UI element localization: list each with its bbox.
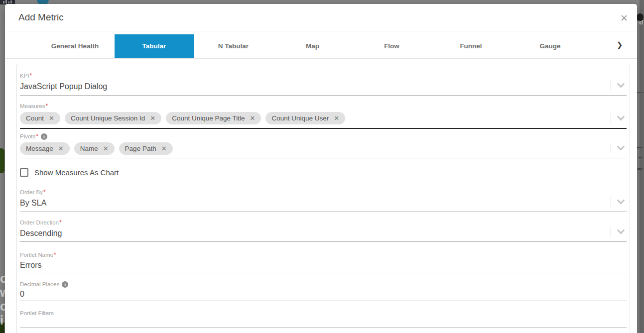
kpi-select-value[interactable]: JavaScript Popup Dialog [20, 82, 627, 92]
tab-general-health[interactable]: General Health [35, 34, 115, 58]
measures-chips: Count ✕ Count Unique Session Id ✕ Count … [20, 112, 627, 124]
add-metric-dialog: Add Metric ✕ General Health Tabular N Ta… [5, 4, 637, 333]
chevron-down-icon[interactable] [617, 113, 625, 121]
required-marker: * [30, 73, 32, 79]
order-by-field: Order By* By SLA [20, 177, 627, 212]
measures-label: Measures* [20, 103, 627, 110]
pivot-chip[interactable]: Page Path ✕ [119, 142, 173, 155]
measure-chip[interactable]: Count ✕ [20, 112, 60, 124]
chip-remove-icon[interactable]: ✕ [58, 145, 64, 152]
dialog-header: Add Metric ✕ [5, 4, 637, 31]
order-direction-select-adornment [611, 226, 624, 237]
required-marker: * [36, 133, 38, 140]
pivots-select-adornment [611, 143, 624, 153]
tab-n-tabular[interactable]: N Tabular [194, 34, 273, 58]
chip-remove-icon[interactable]: ✕ [103, 145, 109, 152]
tab-gauge[interactable]: Gauge [511, 34, 590, 58]
show-measures-as-chart-row: Show Measures As Chart [20, 168, 627, 177]
select-separator [611, 143, 611, 153]
dialog-title: Add Metric [18, 12, 64, 23]
measure-chip[interactable]: Count Unique User ✕ [265, 112, 345, 124]
mini-bar-chart-icon [3, 0, 12, 3]
measures-field: Measures* Count ✕ Count Unique Session I… [20, 96, 627, 129]
chevron-down-icon[interactable] [617, 143, 625, 151]
portlet-name-input[interactable]: Errors [20, 260, 627, 270]
decimal-places-label: Decimal Places i [20, 281, 627, 288]
info-icon[interactable]: i [41, 133, 47, 140]
tab-flow[interactable]: Flow [352, 34, 431, 58]
select-separator [611, 197, 611, 207]
pivot-chip[interactable]: Message ✕ [20, 142, 70, 155]
order-direction-label: Order Direction* [20, 220, 627, 226]
background-page-fragment [638, 168, 643, 170]
kpi-field: KPI* JavaScript Popup Dialog [20, 64, 627, 96]
background-page-fragment [639, 157, 643, 158]
required-marker: * [54, 252, 56, 258]
decimal-places-input[interactable]: 0 [20, 289, 627, 299]
portlet-filters-label: Portlet Filters [20, 310, 627, 317]
pivots-label: Pivots* i [20, 133, 627, 140]
background-text-fragment: id [639, 19, 643, 26]
select-separator [611, 226, 611, 237]
background-page-fragment [636, 92, 644, 93]
portlet-name-label: Portlet Name* [20, 252, 627, 258]
order-by-select-adornment [611, 197, 624, 207]
required-marker: * [59, 220, 62, 226]
order-direction-field: Order Direction* Descending [20, 212, 627, 242]
tab-funnel[interactable]: Funnel [431, 34, 511, 58]
show-measures-as-chart-label: Show Measures As Chart [34, 168, 119, 177]
pivots-chips: Message ✕ Name ✕ Page Path ✕ [20, 142, 627, 155]
measure-chip[interactable]: Count Unique Session Id ✕ [65, 112, 161, 124]
tabular-form-panel: KPI* JavaScript Popup Dialog Measures* C… [16, 64, 630, 333]
kpi-label: KPI* [20, 73, 627, 79]
order-direction-select-value[interactable]: Descending [20, 228, 627, 238]
chip-remove-icon[interactable]: ✕ [250, 114, 256, 122]
select-separator [611, 113, 611, 123]
pivots-field: Pivots* i Message ✕ Name ✕ Page Path ✕ [20, 129, 627, 158]
portlet-name-field: Portlet Name* Errors [20, 242, 627, 273]
required-marker: * [43, 189, 46, 196]
pivot-chip[interactable]: Name ✕ [74, 142, 115, 155]
portlet-filters-input[interactable] [20, 317, 627, 328]
tab-tabular[interactable]: Tabular [115, 34, 194, 58]
info-icon[interactable]: i [62, 281, 68, 288]
chevron-down-icon[interactable] [617, 197, 625, 205]
background-page-fragment [637, 147, 643, 148]
background-text-fragments: o w c i [0, 271, 5, 327]
decimal-places-field: Decimal Places i 0 [20, 273, 627, 301]
chevron-down-icon[interactable] [617, 80, 625, 88]
measure-chip[interactable]: Count Unique Page Title ✕ [166, 112, 261, 124]
select-separator [611, 80, 611, 91]
metric-type-tabs: General Health Tabular N Tabular Map Flo… [5, 31, 637, 59]
show-measures-as-chart-checkbox[interactable] [20, 168, 28, 177]
measures-select-adornment [611, 113, 624, 123]
chip-remove-icon[interactable]: ✕ [334, 114, 339, 122]
chip-remove-icon[interactable]: ✕ [49, 114, 54, 122]
order-by-label: Order By* [20, 189, 627, 196]
portlet-filters-field: Portlet Filters [20, 301, 627, 328]
chip-remove-icon[interactable]: ✕ [150, 114, 155, 122]
tabs-overflow-next-icon[interactable]: ❯ [613, 38, 626, 51]
close-icon[interactable]: ✕ [618, 12, 630, 24]
background-page-fragment [640, 0, 644, 333]
tab-map[interactable]: Map [273, 34, 352, 58]
chip-remove-icon[interactable]: ✕ [161, 145, 167, 152]
required-marker: * [46, 103, 48, 110]
kpi-select-adornment [611, 80, 624, 91]
order-by-select-value[interactable]: By SLA [20, 198, 627, 208]
background-page-fragment [0, 148, 4, 173]
chevron-down-icon[interactable] [617, 226, 625, 234]
